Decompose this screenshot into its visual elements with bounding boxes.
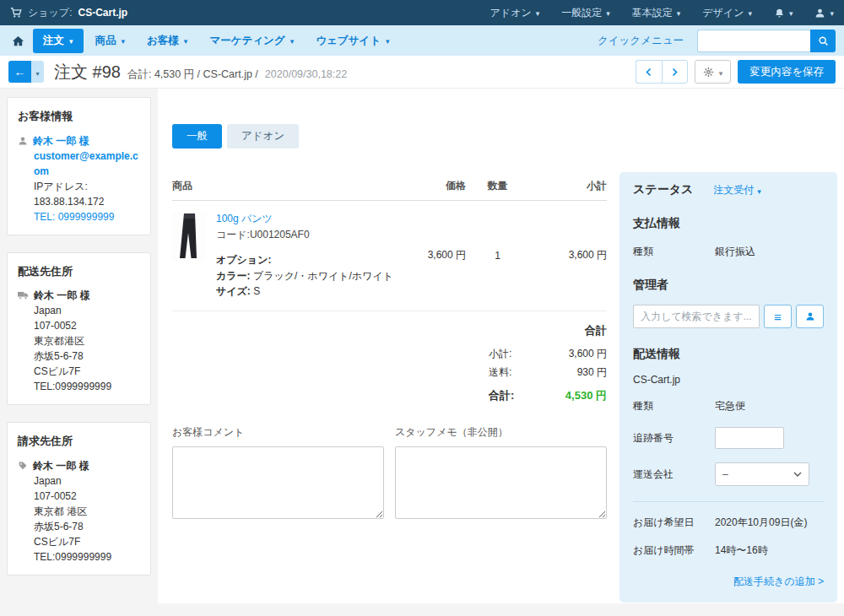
bell-icon: [774, 8, 785, 19]
prev-order-button[interactable]: [636, 60, 662, 84]
content-area: お客様情報 鈴木 一郎 様 customer@example.com IPアドレ…: [0, 89, 844, 616]
totals-grand-row: 合計: 4,530 円: [489, 388, 607, 403]
nav-item-orders[interactable]: 注文: [33, 29, 84, 53]
status-label: ステータス: [633, 182, 693, 197]
shipping-address-card: 配送先住所 鈴木 一郎 様 Japan 107-0052 東京都港区 赤坂5-6…: [7, 252, 151, 406]
topbar-menu-design[interactable]: デザイン: [702, 6, 752, 20]
nav-item-marketing[interactable]: マーケティング: [199, 29, 304, 53]
chevron-down-icon: [386, 35, 390, 46]
nav-item-website[interactable]: ウェブサイト: [306, 29, 399, 53]
admin-search-input[interactable]: [633, 305, 760, 328]
address-line: 107-0052: [34, 318, 140, 333]
shipping-name: 鈴木 一郎 様: [34, 288, 90, 303]
ip-label: IPアドレス:: [34, 179, 140, 194]
product-name-link[interactable]: 100g パンツ: [216, 212, 273, 226]
customer-name-link[interactable]: 鈴木 一郎 様: [33, 133, 89, 149]
nav-label: マーケティング: [209, 34, 284, 48]
arrow-left-icon: ←: [14, 65, 26, 78]
main-nav: 注文 商品 お客様 マーケティング ウェブサイト クイックメニュー: [0, 25, 844, 56]
user-icon: [805, 311, 815, 322]
address-line: TEL:0999999999: [34, 379, 140, 394]
address-line: 東京都港区: [34, 333, 140, 349]
totals-subtotal-row: 小計: 3,600 円: [489, 347, 607, 361]
nav-label: 注文: [43, 34, 64, 48]
add-shipment-link[interactable]: 配送手続きの追加 >: [733, 575, 824, 587]
option-size: サイズ: S: [216, 284, 393, 300]
customer-phone-link[interactable]: TEL: 0999999999: [34, 211, 114, 223]
customer-email-link[interactable]: customer@example.com: [34, 150, 138, 177]
customer-comment-label: お客様コメント: [172, 425, 384, 440]
tab-general[interactable]: 一般: [172, 124, 222, 149]
shop-name-link[interactable]: CS-Cart.jp: [78, 7, 127, 19]
truck-icon: [18, 290, 29, 300]
carrier-row: 運送会社 –: [633, 462, 824, 486]
chevron-down-icon: [536, 7, 540, 19]
next-order-button[interactable]: [662, 60, 688, 84]
chevron-down-icon: [789, 7, 793, 19]
home-button[interactable]: [12, 35, 24, 47]
notifications-button[interactable]: [774, 7, 793, 19]
customer-comment-textarea[interactable]: [172, 446, 384, 519]
address-line: Japan: [34, 303, 140, 318]
staff-memo-textarea[interactable]: [395, 446, 607, 519]
option-color: カラー: ブラック/・ホワイト/ホワイト: [216, 268, 393, 284]
quick-menu-link[interactable]: クイックメニュー: [598, 34, 684, 48]
address-line: 赤坂5-6-78: [34, 349, 140, 364]
person-icon: [18, 136, 28, 146]
chevron-down-icon: [748, 7, 752, 19]
search-button[interactable]: [810, 30, 836, 52]
back-button[interactable]: ←: [8, 61, 31, 83]
address-line: CSビル7F: [34, 534, 140, 549]
account-button[interactable]: [814, 7, 834, 19]
tracking-number-input[interactable]: [715, 427, 784, 449]
order-date: 2020/09/30,18:22: [265, 68, 347, 80]
shipping-type-row: 種類 宅急便: [633, 399, 824, 413]
address-line: 107-0052: [34, 489, 140, 504]
tab-addons[interactable]: アドオン: [227, 124, 299, 149]
address-line: CSビル7F: [34, 364, 140, 379]
global-search-box: [697, 30, 836, 52]
topbar-menu-addons[interactable]: アドオン: [490, 6, 540, 20]
topbar-menu-basic-settings[interactable]: 基本設定: [632, 6, 681, 20]
gear-icon: [703, 67, 714, 78]
gear-button[interactable]: [695, 60, 732, 84]
shop-selector[interactable]: ショップ: CS-Cart.jp: [10, 6, 490, 20]
list-icon: ≡: [774, 310, 782, 324]
page-title: 注文 #98 合計: 4,530 円 / CS-Cart.jp / 2020/0…: [54, 61, 347, 84]
order-toolbar: ← 注文 #98 合計: 4,530 円 / CS-Cart.jp / 2020…: [0, 56, 844, 89]
search-input[interactable]: [697, 30, 810, 52]
order-totals: 合計 小計: 3,600 円 送料: 930 円 合計: 4,530 円: [489, 323, 607, 403]
order-main-panel: 一般 アドオン 商品 価格 数量 小計: [158, 89, 844, 603]
admin-title: 管理者: [633, 278, 824, 293]
shipping-info-title: 配送情報: [633, 347, 824, 362]
order-tabs: 一般 アドオン: [172, 124, 837, 149]
order-status-panel: ステータス 注文受付 支払情報 種類 銀行振込 管理者 ≡: [619, 172, 837, 602]
user-icon: [814, 8, 825, 19]
staff-memo-label: スタッフメモ（非公開）: [395, 425, 607, 440]
admin-user-button[interactable]: [796, 305, 824, 328]
chevron-down-icon: [69, 35, 73, 46]
nav-item-customers[interactable]: お客様: [137, 29, 197, 53]
nav-label: ウェブサイト: [316, 34, 381, 48]
item-qty: 1: [466, 201, 529, 311]
order-subtitle: 合計: 4,530 円 / CS-Cart.jp /: [127, 68, 258, 82]
shop-label: ショップ:: [28, 6, 72, 20]
nav-item-products[interactable]: 商品: [85, 29, 136, 53]
item-price: 3,600 円: [394, 201, 466, 311]
admin-list-button[interactable]: ≡: [764, 305, 792, 328]
chevron-down-icon: [290, 35, 295, 46]
column-header-qty: 数量: [466, 172, 529, 201]
payment-info-title: 支払情報: [633, 216, 824, 231]
back-dropdown-button[interactable]: [31, 61, 44, 83]
save-button[interactable]: 変更内容を保存: [738, 60, 836, 84]
status-dropdown[interactable]: 注文受付: [713, 183, 761, 197]
shipping-company: CS-Cart.jp: [633, 374, 824, 386]
carrier-select[interactable]: –: [715, 462, 809, 486]
comments-section: お客様コメント スタッフメモ（非公開）: [172, 425, 607, 521]
home-icon: [12, 35, 24, 47]
ip-value: 183.88.134.172: [34, 194, 140, 209]
topbar-menu-general-settings[interactable]: 一般設定: [561, 6, 610, 20]
chevron-right-icon: [670, 68, 679, 77]
tag-icon: [18, 461, 28, 471]
address-line: 赤坂5-6-78: [34, 519, 140, 534]
